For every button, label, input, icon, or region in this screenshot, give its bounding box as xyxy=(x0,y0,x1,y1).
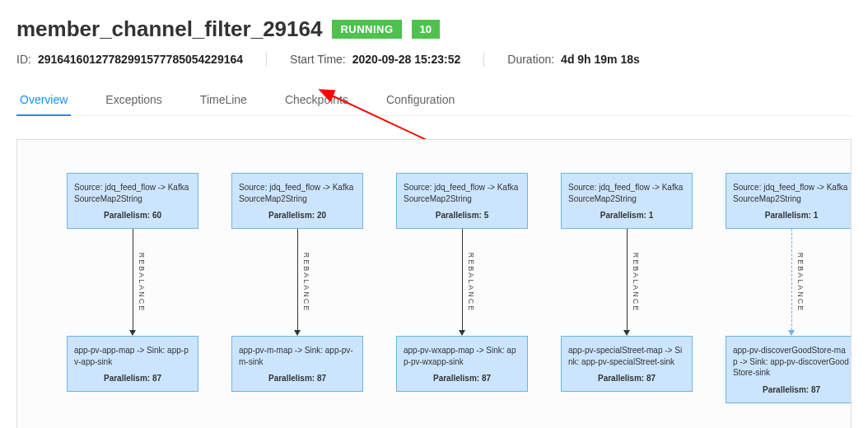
start-time-label: Start Time: xyxy=(290,53,346,66)
tab-configuration[interactable]: Configuration xyxy=(383,85,458,116)
job-graph-panel: Source: jdq_feed_flow -> KafkaSourceMap2… xyxy=(16,139,852,428)
sink-node[interactable]: app-pv-wxapp-map -> Sink: app-pv-wxapp-s… xyxy=(396,336,528,392)
tab-exceptions[interactable]: Exceptions xyxy=(102,85,165,116)
tab-overview[interactable]: Overview xyxy=(16,85,71,116)
node-parallelism: Parallelism: 60 xyxy=(74,211,191,220)
divider xyxy=(483,52,484,67)
source-node[interactable]: Source: jdq_feed_flow -> KafkaSourceMap2… xyxy=(726,173,852,229)
node-title: Source: jdq_feed_flow -> KafkaSourceMap2… xyxy=(404,182,520,204)
source-node[interactable]: Source: jdq_feed_flow -> KafkaSourceMap2… xyxy=(67,173,198,229)
node-parallelism: Parallelism: 87 xyxy=(74,374,191,383)
task-count-badge: 10 xyxy=(412,20,440,39)
divider xyxy=(266,52,267,67)
edge-line xyxy=(627,229,628,330)
node-parallelism: Parallelism: 87 xyxy=(733,385,850,394)
node-title: app-pv-app-map -> Sink: app-pv-app-sink xyxy=(74,345,191,367)
edge: REBALANCE xyxy=(294,229,301,336)
edge-line xyxy=(133,229,133,330)
duration: Duration: 4d 9h 19m 18s xyxy=(507,53,640,66)
edge: REBALANCE xyxy=(788,229,795,336)
start-time-value: 2020-09-28 15:23:52 xyxy=(352,53,461,66)
sink-node[interactable]: app-pv-specialStreet-map -> Sink: app-pv… xyxy=(561,336,693,392)
source-node[interactable]: Source: jdq_feed_flow -> KafkaSourceMap2… xyxy=(561,173,693,229)
edge-label: REBALANCE xyxy=(302,253,310,313)
tab-bar: Overview Exceptions TimeLine Checkpoints… xyxy=(16,85,852,116)
node-parallelism: Parallelism: 5 xyxy=(404,211,520,220)
edge-label: REBALANCE xyxy=(796,253,805,313)
sink-node[interactable]: app-pv-app-map -> Sink: app-pv-app-sink … xyxy=(67,336,198,392)
job-id-value: 29164160127782991577785054229164 xyxy=(38,53,243,66)
edge-line xyxy=(791,229,792,330)
edge-label: REBALANCE xyxy=(138,253,146,313)
sink-node[interactable]: app-pv-m-map -> Sink: app-pv-m-sink Para… xyxy=(231,336,363,392)
node-title: Source: jdq_feed_flow -> KafkaSourceMap2… xyxy=(239,182,356,204)
node-parallelism: Parallelism: 1 xyxy=(568,211,685,220)
arrow-down-icon xyxy=(294,330,301,336)
node-title: Source: jdq_feed_flow -> KafkaSourceMap2… xyxy=(733,182,850,204)
edge: REBALANCE xyxy=(459,229,465,336)
node-parallelism: Parallelism: 20 xyxy=(239,211,356,220)
node-parallelism: Parallelism: 87 xyxy=(404,374,520,383)
node-parallelism: Parallelism: 87 xyxy=(568,374,685,383)
edge: REBALANCE xyxy=(129,229,136,336)
edge: REBALANCE xyxy=(623,229,630,336)
edge-label: REBALANCE xyxy=(467,253,475,313)
node-title: app-pv-discoverGoodStore-map -> Sink: ap… xyxy=(733,345,850,379)
edge-label: REBALANCE xyxy=(632,253,640,313)
job-id-label: ID: xyxy=(16,53,31,66)
tab-checkpoints[interactable]: Checkpoints xyxy=(282,85,352,116)
node-parallelism: Parallelism: 1 xyxy=(733,211,850,220)
edge-line xyxy=(462,229,463,330)
node-title: Source: jdq_feed_flow -> KafkaSourceMap2… xyxy=(568,182,685,204)
source-node[interactable]: Source: jdq_feed_flow -> KafkaSourceMap2… xyxy=(396,173,528,229)
arrow-down-icon xyxy=(459,330,465,336)
job-id: ID: 29164160127782991577785054229164 xyxy=(16,53,243,66)
status-badge: RUNNING xyxy=(332,20,401,39)
sink-node[interactable]: app-pv-discoverGoodStore-map -> Sink: ap… xyxy=(726,336,852,403)
node-title: app-pv-wxapp-map -> Sink: app-pv-wxapp-s… xyxy=(404,345,520,367)
edge-line xyxy=(297,229,298,330)
start-time: Start Time: 2020-09-28 15:23:52 xyxy=(290,53,460,66)
node-parallelism: Parallelism: 87 xyxy=(239,374,356,383)
duration-value: 4d 9h 19m 18s xyxy=(561,53,640,66)
tab-timeline[interactable]: TimeLine xyxy=(197,85,250,116)
arrow-down-icon xyxy=(788,330,795,336)
arrow-down-icon xyxy=(129,330,136,336)
node-title: app-pv-specialStreet-map -> Sink: app-pv… xyxy=(568,345,685,367)
duration-label: Duration: xyxy=(507,53,554,66)
job-title: member_channel_filter_29164 xyxy=(16,16,322,42)
node-title: app-pv-m-map -> Sink: app-pv-m-sink xyxy=(239,345,356,367)
source-node[interactable]: Source: jdq_feed_flow -> KafkaSourceMap2… xyxy=(231,173,363,229)
arrow-down-icon xyxy=(623,330,630,336)
node-title: Source: jdq_feed_flow -> KafkaSourceMap2… xyxy=(74,182,191,204)
